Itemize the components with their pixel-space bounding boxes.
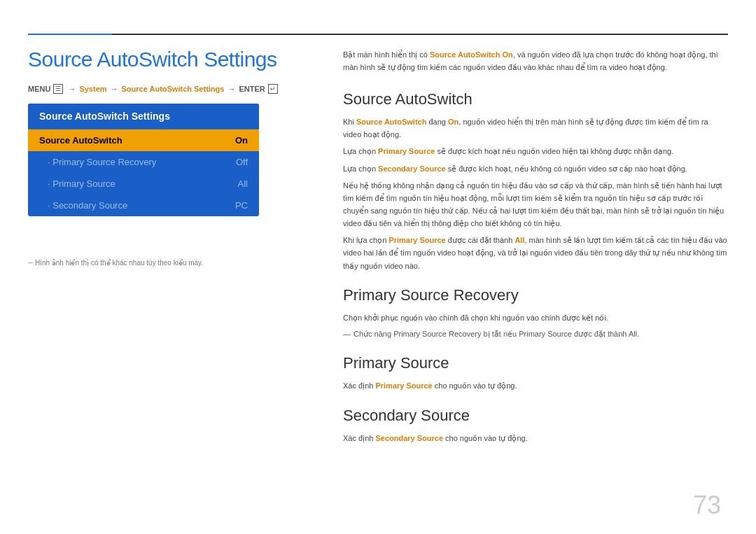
panel-row-primary-source[interactable]: · Primary Source All (28, 173, 259, 195)
section-body-recovery-note: — Chức năng Primary Source Recovery bị t… (343, 328, 728, 341)
row-label: · Secondary Source (48, 200, 127, 211)
section-body-autoswitch-4: Nếu hệ thống không nhận dạng cả nguồn tí… (343, 179, 728, 230)
right-content: Bật màn hình hiển thị có Source AutoSwit… (343, 49, 728, 449)
section-body-autoswitch-1: Khi Source AutoSwitch đang On, nguồn vid… (343, 115, 728, 141)
breadcrumb-menu: MENU (28, 85, 50, 93)
row-label: Source AutoSwitch (39, 135, 122, 146)
breadcrumb-settings: Source AutoSwitch Settings (122, 85, 225, 93)
section-body-autoswitch-5: Khi lựa chọn Primary Source được cài đặt… (343, 234, 728, 272)
section-title-secondary-source: Secondary Source (343, 407, 728, 425)
intro-text: Bật màn hình hiển thị có Source AutoSwit… (343, 49, 728, 73)
page-number: 73 (693, 491, 721, 520)
section-body-primary: Xác định Primary Source cho nguồn vào tự… (343, 379, 728, 392)
panel-row-source-autoswitch[interactable]: Source AutoSwitch On (28, 129, 259, 151)
row-value: Off (236, 157, 248, 167)
row-value: PC (235, 200, 248, 211)
top-line (28, 34, 728, 35)
section-body-recovery-1: Chọn khởi phục nguồn vào chính đã chọn k… (343, 311, 728, 324)
footnote: Hình ảnh hiển thị có thể khác nhau tùy t… (28, 259, 203, 267)
page-title: Source AutoSwitch Settings (28, 48, 277, 71)
left-accent (28, 34, 112, 35)
row-label: · Primary Source Recovery (48, 157, 156, 167)
source-autoswitch-panel: Source AutoSwitch Settings Source AutoSw… (28, 104, 259, 216)
panel-row-secondary-source[interactable]: · Secondary Source PC (28, 195, 259, 216)
breadcrumb-enter: ENTER (239, 85, 265, 93)
section-title-source-autoswitch: Source AutoSwitch (343, 90, 728, 108)
section-body-secondary: Xác định Secondary Source cho nguồn vào … (343, 432, 728, 444)
row-value: On (235, 135, 248, 146)
panel-title: Source AutoSwitch Settings (28, 104, 259, 129)
section-body-autoswitch-3: Lựa chọn Secondary Source sẽ được kích h… (343, 162, 728, 175)
breadcrumb-system: System (79, 85, 106, 93)
section-title-primary-recovery: Primary Source Recovery (343, 286, 728, 304)
breadcrumb: MENU ☰ → System → Source AutoSwitch Sett… (28, 84, 279, 94)
row-label: · Primary Source (48, 178, 115, 189)
row-value: All (238, 178, 248, 189)
section-body-autoswitch-2: Lựa chọn Primary Source sẽ được kích hoạ… (343, 145, 728, 157)
panel-row-primary-recovery[interactable]: · Primary Source Recovery Off (28, 151, 259, 173)
section-title-primary-source: Primary Source (343, 354, 728, 372)
